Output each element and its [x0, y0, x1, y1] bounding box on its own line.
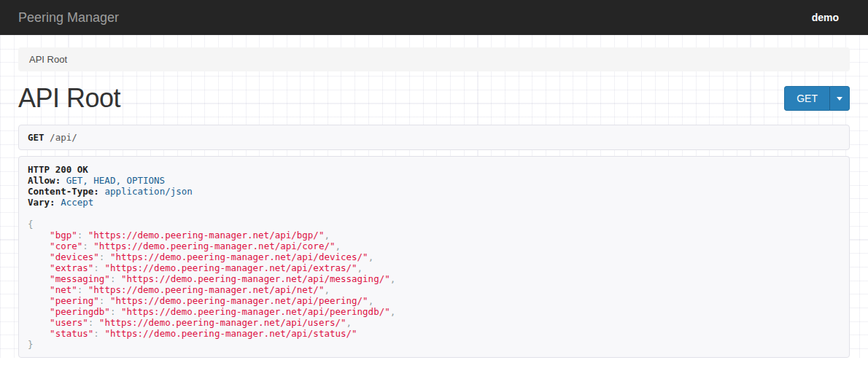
get-button[interactable]: GET — [784, 86, 829, 111]
json-entry: messaging: https://demo.peering-manager.… — [28, 273, 840, 284]
json-entry: bgp: https://demo.peering-manager.net/ap… — [28, 230, 840, 241]
json-key: peeringdb — [50, 306, 110, 317]
top-navbar: Peering Manager demo — [0, 0, 868, 35]
json-key: status — [50, 328, 93, 339]
json-entry: peering: https://demo.peering-manager.ne… — [28, 295, 840, 306]
header-value: Accept — [61, 197, 93, 208]
json-url-link[interactable]: https://demo.peering-manager.net/api/pee… — [110, 295, 368, 306]
response-header-vary: Vary: Accept — [28, 197, 840, 208]
request-line: GET /api/ — [28, 132, 840, 143]
json-key: users — [50, 317, 88, 328]
json-key: peering — [50, 295, 99, 306]
header-value: GET, HEAD, OPTIONS — [66, 175, 165, 186]
json-entry: peeringdb: https://demo.peering-manager.… — [28, 306, 840, 317]
json-url-link[interactable]: https://demo.peering-manager.net/api/use… — [99, 317, 346, 328]
main-content: API Root API Root GET GET /api/ HTTP 200… — [0, 35, 868, 358]
response-info: HTTP 200 OK Allow: GET, HEAD, OPTIONS Co… — [18, 156, 850, 358]
request-path: /api/ — [50, 132, 77, 143]
response-header-allow: Allow: GET, HEAD, OPTIONS — [28, 175, 840, 186]
json-entry: status: https://demo.peering-manager.net… — [28, 328, 840, 339]
json-key: net — [50, 284, 77, 295]
request-method: GET — [28, 132, 44, 143]
get-dropdown-toggle[interactable] — [829, 86, 850, 111]
json-url-link[interactable]: https://demo.peering-manager.net/api/dev… — [110, 251, 368, 262]
breadcrumb: API Root — [18, 47, 850, 71]
header-value: application/json — [104, 186, 192, 197]
request-info: GET /api/ — [18, 125, 850, 150]
json-entry: devices: https://demo.peering-manager.ne… — [28, 251, 840, 262]
json-key: bgp — [50, 230, 77, 241]
blank-line — [28, 208, 840, 219]
json-entry: extras: https://demo.peering-manager.net… — [28, 262, 840, 273]
json-key: extras — [50, 262, 93, 273]
json-entry: net: https://demo.peering-manager.net/ap… — [28, 284, 840, 295]
title-row: API Root GET — [18, 80, 850, 117]
json-url-link[interactable]: https://demo.peering-manager.net/api/sta… — [104, 328, 357, 339]
json-url-link[interactable]: https://demo.peering-manager.net/api/mes… — [121, 273, 390, 284]
json-url-link[interactable]: https://demo.peering-manager.net/api/bgp… — [88, 230, 325, 241]
response-header-content-type: Content-Type: application/json — [28, 186, 840, 197]
get-button-group: GET — [784, 86, 850, 111]
json-open-brace: { — [28, 219, 840, 230]
json-url-link[interactable]: https://demo.peering-manager.net/api/pee… — [121, 306, 390, 317]
json-entry: core: https://demo.peering-manager.net/a… — [28, 241, 840, 251]
json-close-brace: } — [28, 339, 840, 350]
json-entry: users: https://demo.peering-manager.net/… — [28, 317, 840, 328]
json-url-link[interactable]: https://demo.peering-manager.net/api/ext… — [104, 262, 357, 273]
breadcrumb-item-api-root[interactable]: API Root — [29, 54, 67, 65]
brand-link[interactable]: Peering Manager — [18, 10, 119, 26]
user-menu-link[interactable]: demo — [812, 12, 839, 23]
json-key: messaging — [50, 273, 110, 284]
json-key: core — [50, 241, 82, 251]
json-url-link[interactable]: https://demo.peering-manager.net/api/net… — [88, 284, 325, 295]
caret-down-icon — [837, 97, 842, 101]
json-key: devices — [50, 251, 99, 262]
response-status-line: HTTP 200 OK — [28, 164, 840, 175]
page-title: API Root — [18, 83, 120, 114]
json-url-link[interactable]: https://demo.peering-manager.net/api/cor… — [93, 241, 335, 251]
